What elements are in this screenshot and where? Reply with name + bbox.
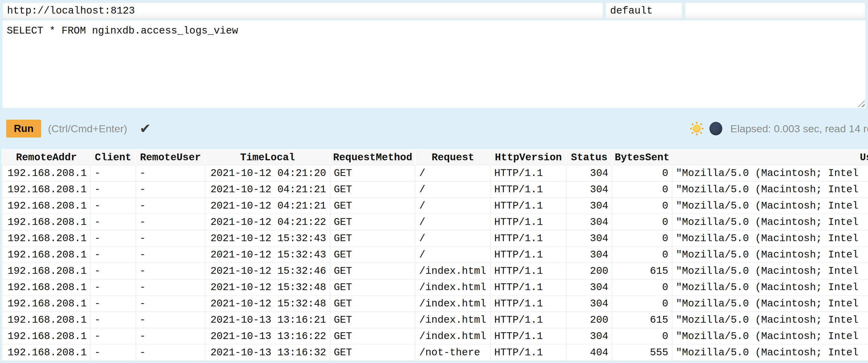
- cell: 192.168.208.1: [2, 312, 91, 328]
- cell: 192.168.208.1: [2, 328, 91, 344]
- moon-icon[interactable]: [709, 122, 722, 135]
- cell: -: [91, 182, 136, 198]
- cell: 2021-10-12 15:32:46: [205, 263, 330, 279]
- cell: -: [91, 214, 136, 230]
- cell: "Mozilla/5.0 (Macintosh; Intel: [672, 182, 868, 198]
- cell: 304: [566, 230, 612, 247]
- cell: 192.168.208.1: [2, 279, 91, 296]
- cell: 2021-10-13 13:16:21: [205, 312, 330, 328]
- cell: 0: [612, 230, 672, 247]
- column-header: UserAgent: [672, 150, 868, 165]
- column-header: Status: [566, 150, 612, 165]
- query-textarea[interactable]: SELECT * FROM nginxdb.access_logs_view: [2, 21, 866, 108]
- cell: -: [91, 198, 136, 214]
- cell: /: [415, 247, 491, 263]
- cell: -: [136, 344, 205, 361]
- cell: 200: [566, 312, 612, 328]
- table-body: 192.168.208.1--2021-10-12 04:21:20GET/HT…: [2, 165, 868, 361]
- cell: /index.html: [415, 312, 491, 328]
- cell: HTTP/1.1: [491, 230, 566, 247]
- table-row: 192.168.208.1--2021-10-13 13:16:32GET/no…: [2, 344, 868, 361]
- cell: GET: [330, 230, 415, 247]
- cell: GET: [330, 165, 415, 182]
- table-row: 192.168.208.1--2021-10-12 04:21:21GET/HT…: [2, 198, 868, 214]
- cell: GET: [330, 344, 415, 361]
- sun-icon[interactable]: [693, 124, 701, 133]
- run-button[interactable]: Run: [6, 120, 41, 138]
- password-input[interactable]: [685, 2, 866, 19]
- clickhouse-play-page: SELECT * FROM nginxdb.access_logs_view R…: [0, 0, 868, 363]
- cell: 0: [612, 328, 672, 344]
- cell: "Mozilla/5.0 (Macintosh; Intel: [672, 230, 868, 247]
- cell: /: [415, 214, 491, 230]
- cell: -: [136, 198, 205, 214]
- cell: 0: [612, 279, 672, 296]
- cell: GET: [330, 312, 415, 328]
- cell: 2021-10-12 15:32:43: [205, 230, 330, 247]
- cell: 2021-10-13 13:16:22: [205, 328, 330, 344]
- cell: 615: [612, 312, 672, 328]
- cell: "Mozilla/5.0 (Macintosh; Intel: [672, 247, 868, 263]
- table-row: 192.168.208.1--2021-10-12 04:21:20GET/HT…: [2, 165, 868, 182]
- cell: 200: [566, 263, 612, 279]
- cell: 192.168.208.1: [2, 230, 91, 247]
- cell: 304: [566, 279, 612, 296]
- cell: "Mozilla/5.0 (Macintosh; Intel: [672, 198, 868, 214]
- cell: 404: [566, 344, 612, 361]
- cell: 304: [566, 247, 612, 263]
- cell: -: [136, 279, 205, 296]
- cell: 304: [566, 198, 612, 214]
- table-row: 192.168.208.1--2021-10-12 15:32:46GET/in…: [2, 263, 868, 279]
- cell: 192.168.208.1: [2, 263, 91, 279]
- cell: 304: [566, 165, 612, 182]
- results-area: RemoteAddrClientRemoteUserTimeLocalReque…: [2, 149, 868, 361]
- cell: -: [136, 165, 205, 182]
- column-header: Client: [91, 150, 136, 165]
- cell: 192.168.208.1: [2, 344, 91, 361]
- cell: "Mozilla/5.0 (Macintosh; Intel: [672, 165, 868, 182]
- cell: 2021-10-12 04:21:20: [205, 165, 330, 182]
- cell: 0: [612, 165, 672, 182]
- cell: "Mozilla/5.0 (Macintosh; Intel: [672, 328, 868, 344]
- cell: /index.html: [415, 263, 491, 279]
- toolbar-right: Elapsed: 0.003 sec, read 14 rows.: [690, 120, 868, 138]
- success-check-icon: ✔: [140, 122, 151, 135]
- column-header: TimeLocal: [205, 150, 330, 165]
- query-area: SELECT * FROM nginxdb.access_logs_view: [2, 21, 866, 108]
- cell: GET: [330, 279, 415, 296]
- table-row: 192.168.208.1--2021-10-12 15:32:43GET/HT…: [2, 230, 868, 247]
- cell: -: [136, 312, 205, 328]
- cell: 192.168.208.1: [2, 247, 91, 263]
- cell: -: [91, 247, 136, 263]
- table-row: 192.168.208.1--2021-10-13 13:16:21GET/in…: [2, 312, 868, 328]
- cell: 2021-10-12 15:32:48: [205, 279, 330, 296]
- table-row: 192.168.208.1--2021-10-12 04:21:22GET/HT…: [2, 214, 868, 230]
- cell: HTTP/1.1: [491, 165, 566, 182]
- cell: HTTP/1.1: [491, 214, 566, 230]
- cell: 555: [612, 344, 672, 361]
- cell: HTTP/1.1: [491, 296, 566, 312]
- cell: "Mozilla/5.0 (Macintosh; Intel: [672, 296, 868, 312]
- cell: GET: [330, 296, 415, 312]
- cell: -: [91, 296, 136, 312]
- cell: 192.168.208.1: [2, 165, 91, 182]
- cell: HTTP/1.1: [491, 312, 566, 328]
- cell: -: [136, 296, 205, 312]
- cell: GET: [330, 198, 415, 214]
- cell: GET: [330, 247, 415, 263]
- cell: -: [136, 328, 205, 344]
- server-url-input[interactable]: [2, 2, 603, 19]
- cell: HTTP/1.1: [491, 198, 566, 214]
- cell: /: [415, 182, 491, 198]
- cell: GET: [330, 263, 415, 279]
- cell: 192.168.208.1: [2, 296, 91, 312]
- table-row: 192.168.208.1--2021-10-12 15:32:48GET/in…: [2, 296, 868, 312]
- cell: /index.html: [415, 296, 491, 312]
- cell: 2021-10-12 04:21:22: [205, 214, 330, 230]
- cell: "Mozilla/5.0 (Macintosh; Intel: [672, 279, 868, 296]
- cell: -: [91, 344, 136, 361]
- toolbar: Run (Ctrl/Cmd+Enter) ✔ Elapsed: 0.003 se…: [0, 120, 868, 138]
- column-header: BytesSent: [612, 150, 672, 165]
- user-input[interactable]: [606, 2, 682, 19]
- cell: GET: [330, 214, 415, 230]
